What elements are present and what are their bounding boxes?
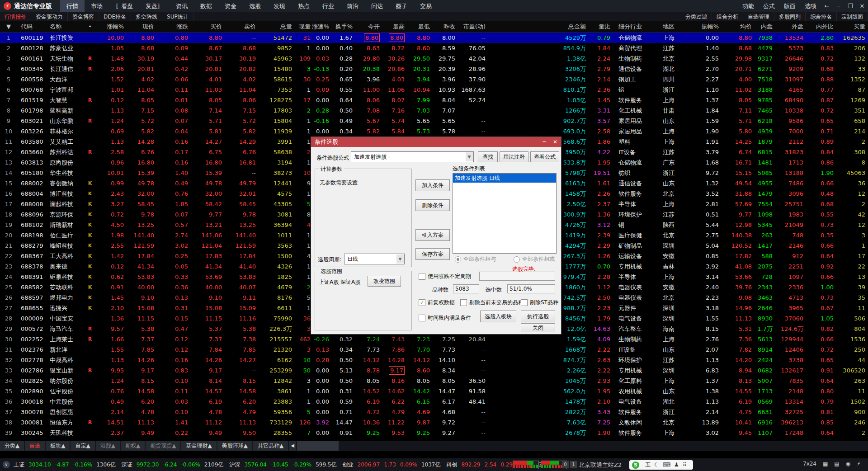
change-range-button[interactable]: 改变范围 — [368, 276, 401, 287]
ime-toolbar[interactable]: S 五☾⌨♟⠿ — [629, 460, 693, 470]
menu-item-市场[interactable]: 市场 — [85, 0, 109, 12]
period-dropdown-icon[interactable]: ▼ — [396, 254, 404, 264]
menu-item-圈子[interactable]: 圈子 — [389, 0, 414, 12]
column-header-总金额[interactable]: 总金额 — [488, 21, 590, 32]
column-header-总量[interactable]: 总量 — [259, 21, 296, 32]
column-header-今开[interactable]: 今开 — [355, 21, 382, 32]
table-row-002890[interactable]: 35002890弘宇股份0.7614.580.1114.5714.5838611… — [0, 386, 868, 396]
column-header-名称[interactable]: 名称 — [50, 21, 85, 32]
ime-tool-icon[interactable]: ⠿ — [683, 462, 687, 468]
table-row-600768[interactable]: 6600768宁波富邦1.0111.040.1111.0311.04735310… — [0, 85, 868, 95]
select-to-block-button[interactable]: 选股入板块 — [480, 311, 516, 322]
column-header-涨幅%[interactable]: 涨幅% — [95, 21, 127, 32]
menu-item-功能[interactable]: 功能 — [738, 0, 759, 12]
menu-item-前沿[interactable]: 前沿 — [340, 0, 365, 12]
table-row-600558[interactable]: 5600558大西洋1.524.020.064.014.0258615300.2… — [0, 74, 868, 85]
table-row-600119[interactable]: 1600119长江投资10.008.800.808.80--51472310.0… — [0, 33, 868, 43]
table-row-603021[interactable]: 9603021山东华鹏R1.245.720.075.715.72158041-0… — [0, 116, 868, 126]
connection-slot-1[interactable]: 1 — [570, 461, 577, 468]
radio-all-conditions-and[interactable]: 全部条件相与 — [455, 255, 496, 263]
close-window-icon[interactable]: ✕ — [856, 0, 868, 12]
toolbar-item-定制版面[interactable]: 定制版面 — [837, 12, 868, 21]
server-station-label[interactable]: 北京联通主站Z2 — [579, 461, 622, 469]
checkbox-exclude-untraded[interactable]: 剔除当前未交易的品种 — [460, 299, 524, 306]
close-dialog-button[interactable]: 关闭 — [521, 323, 555, 332]
toolbar-item-综合排名[interactable]: 综合排名 — [806, 12, 837, 21]
tab-基金理财[interactable]: 基金理财▲ — [181, 441, 216, 451]
formula-dropdown-icon[interactable]: ▼ — [466, 152, 473, 161]
toolbar-item-行情报价[interactable]: 行情报价 — [0, 12, 31, 21]
tab-自定[interactable]: 自定▲ — [71, 441, 94, 451]
column-header-振幅%[interactable]: 振幅% — [696, 21, 721, 32]
checkbox-variable-period[interactable]: 使用涨跌不定周期 — [419, 273, 471, 280]
tab-分类[interactable]: 分类▲ — [0, 441, 24, 451]
column-header-地区[interactable]: 地区 — [658, 21, 696, 32]
tab-板块[interactable]: 板块▲ — [46, 441, 70, 451]
keyboard-panel-icon[interactable]: ▦ — [823, 461, 828, 467]
toolbar-item-DDE排名[interactable]: DDE排名 — [99, 12, 131, 21]
usage-note-button[interactable]: 用法注释 — [500, 151, 528, 162]
toolbar-item-SUP统计[interactable]: SUP统计 — [162, 12, 193, 21]
table-row-601798[interactable]: 8601798蓝科高新1.137.150.087.147.15178032-0.… — [0, 105, 868, 116]
column-header-买价[interactable]: 买价 — [192, 21, 226, 32]
index-上证[interactable]: 上证3034.10-4.87-0.16%1306亿 — [14, 461, 120, 469]
power-icon[interactable]: ⚡ — [857, 461, 860, 467]
column-header-外盘[interactable]: 外盘 — [774, 21, 805, 32]
ime-tool-icon[interactable]: ☾ — [654, 462, 659, 468]
variable-period-field[interactable] — [479, 272, 555, 281]
tab-自选[interactable]: 自选 — [25, 441, 45, 451]
menu-item-公式[interactable]: 公式 — [759, 0, 779, 12]
index-深证[interactable]: 深证9972.30-6.24-0.06%2109亿 — [122, 461, 228, 469]
dialog-close-icon[interactable]: ✕ — [550, 137, 560, 147]
column-header-最高[interactable]: 最高 — [382, 21, 407, 32]
condition-list-item[interactable]: 加速发射选股 日线 — [453, 174, 556, 183]
menu-item-发现[interactable]: 发现 — [267, 0, 292, 12]
checkbox-forward-adjusted[interactable]: ✓ 前复权数据 — [419, 299, 455, 306]
column-header-量比[interactable]: 量比 — [590, 21, 614, 32]
table-row-600128[interactable]: 2600128苏豪弘业1.058.680.098.678.68985210.00… — [0, 43, 868, 53]
table-row-600345[interactable]: 4600345长江通信R2.0620.810.4220.8120.8215480… — [0, 64, 868, 74]
column-header-细分行业[interactable]: 细分行业 — [614, 21, 658, 32]
menu-item-问达[interactable]: 问达 — [365, 0, 389, 12]
column-header-•[interactable]: • — [85, 21, 95, 32]
tab-期货现货[interactable]: 期货现货▲ — [146, 441, 180, 451]
condition-listbox[interactable]: 加速发射选股 日线 — [453, 173, 557, 254]
ime-tool-icon[interactable]: 五 — [645, 462, 651, 468]
column-header-昨收[interactable]: 昨收 — [433, 21, 458, 32]
import-plan-button[interactable]: 引入方案 — [415, 229, 450, 241]
column-header-卖价[interactable]: 卖价 — [226, 21, 259, 32]
toolbar-item-资金驱动力[interactable]: 资金驱动力 — [31, 12, 68, 21]
table-row-002376[interactable]: 31002376新北洋1.557.850.127.847.852132030.1… — [0, 344, 868, 355]
table-row-603226[interactable]: 10603226菲林格尔0.695.820.045.815.821193910.… — [0, 126, 868, 137]
menu-item-数据[interactable]: 数据 — [194, 0, 218, 12]
column-header-买量[interactable]: 买量 — [836, 21, 867, 32]
column-header-均价[interactable]: 均价 — [721, 21, 755, 32]
table-row-300081[interactable]: 38300081恒信东方R14.5111.131.4111.1211.13733… — [0, 417, 868, 428]
period-combobox[interactable]: 日线 ▼ — [344, 254, 405, 264]
column-header-涨跌[interactable]: 涨跌 — [158, 21, 192, 32]
toolbar-item-资金博弈[interactable]: 资金博弈 — [68, 12, 99, 21]
menu-item-〖看盘[interactable]: 〖看盘 — [109, 0, 139, 12]
tab-美股环球[interactable]: 美股环球▲ — [217, 441, 252, 451]
menu-item-选股[interactable]: 选股 — [243, 0, 267, 12]
checkbox-time-range[interactable]: 时间段内满足条件 — [419, 314, 471, 322]
toolbar-item-组合分析[interactable]: 组合分析 — [712, 12, 743, 21]
toolbar-item-分类过滤[interactable]: 分类过滤 — [681, 12, 712, 21]
table-row-002825[interactable]: 34002825纳尔股份1.248.150.108.148.151284230.… — [0, 376, 868, 386]
menu-item-选项[interactable]: 选项 — [800, 0, 821, 12]
table-row-002786[interactable]: 33002786银宝山新R9.959.170.839.17--253299500… — [0, 365, 868, 376]
find-button[interactable]: 查找 — [478, 151, 498, 162]
connection-slot-0[interactable]: 0 — [562, 461, 569, 468]
tab-期权[interactable]: 期权▲ — [121, 441, 145, 451]
back-window-icon[interactable]: ← — [821, 0, 833, 12]
column-header-内盘[interactable]: 内盘 — [755, 21, 774, 32]
minimize-window-icon[interactable]: ─ — [833, 0, 844, 12]
tabs-scroll-left-icon[interactable]: ◀ — [289, 441, 296, 451]
table-row-601519[interactable]: 7601519大智慧R0.128.050.018.058.06128275170… — [0, 95, 868, 105]
table-row-002252[interactable]: 30002252上海莱士R1.667.370.127.377.382155574… — [0, 334, 868, 344]
add-condition-button[interactable]: 加入条件 — [415, 179, 450, 191]
remove-condition-button[interactable]: 删除条件 — [415, 199, 450, 211]
ime-tool-icon[interactable]: ⌨ — [663, 462, 670, 468]
dialog-minimize-icon[interactable]: ─ — [539, 137, 549, 147]
index-创业[interactable]: 创业2006.971.730.09%1037亿 — [343, 461, 445, 469]
